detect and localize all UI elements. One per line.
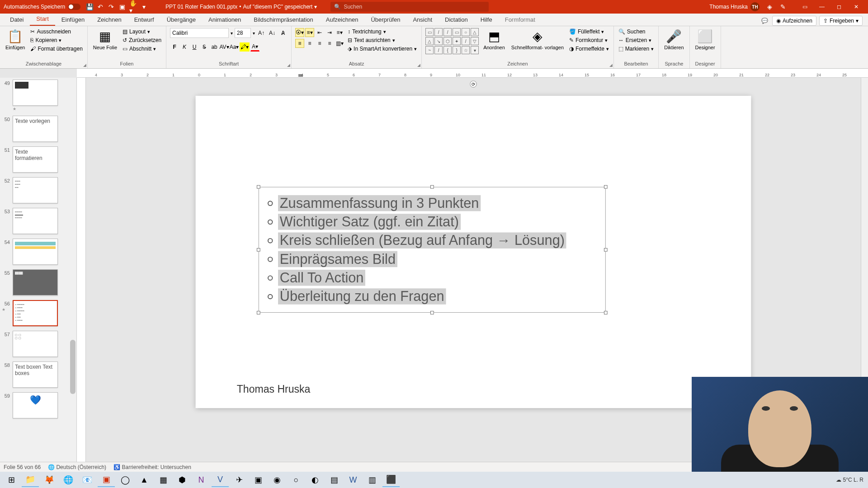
find-button[interactable]: 🔍Suchen <box>618 28 655 35</box>
maximize-icon[interactable]: ◻ <box>831 1 847 12</box>
arrange-button[interactable]: ⬒ Anordnen <box>481 28 507 51</box>
new-slide-button[interactable]: ▦ Neue Folie <box>91 28 119 51</box>
ribbon-options-icon[interactable]: ▭ <box>797 1 813 12</box>
align-center-icon[interactable]: ≡ <box>305 39 314 48</box>
paste-button[interactable]: 📋 Einfügen <box>4 28 27 51</box>
word-icon[interactable]: W <box>344 473 362 487</box>
app-icon[interactable]: ⬢ <box>174 473 191 487</box>
search-bar[interactable]: 🔍 <box>330 2 489 12</box>
resize-handle[interactable] <box>430 311 434 314</box>
fill-button[interactable]: 🪣Fülleffekt ▾ <box>568 28 610 35</box>
shadow-icon[interactable]: ab <box>210 42 219 52</box>
language-status[interactable]: 🌐 Deutsch (Österreich) <box>48 464 106 470</box>
bullet-text[interactable]: Kreis schließen (Bezug auf Anfang → Lösu… <box>278 232 566 249</box>
thumb-51[interactable]: Texte formatieren <box>13 146 58 173</box>
text-direction-button[interactable]: ↕Textrichtung ▾ <box>347 28 418 35</box>
accessibility-status[interactable]: ♿ Barrierefreiheit: Untersuchen <box>113 464 191 470</box>
designer-button[interactable]: ⬜ Designer <box>693 28 717 51</box>
font-size-combo[interactable]: 28 <box>235 28 251 38</box>
justify-icon[interactable]: ≡ <box>325 39 334 48</box>
increase-font-icon[interactable]: A↑ <box>257 28 266 38</box>
app-icon[interactable]: ◉ <box>269 473 286 487</box>
case-icon[interactable]: Aa▾ <box>230 42 239 52</box>
undo-icon[interactable]: ↶ <box>97 3 104 10</box>
touch-icon[interactable]: ✋▾ <box>129 3 137 10</box>
line-spacing-icon[interactable]: ≡▾ <box>335 28 344 37</box>
outlook-icon[interactable]: 📧 <box>79 473 96 487</box>
tab-datei[interactable]: Datei <box>4 14 30 26</box>
redo-icon[interactable]: ↷ <box>108 3 115 10</box>
app-icon[interactable]: ▦ <box>155 473 172 487</box>
thumb-56[interactable]: • ━━━━• ━━━• ━━━━• ━━• ━━• ━━━ <box>13 300 58 326</box>
bullet-text[interactable]: Call To Action <box>278 270 365 286</box>
ruler-horizontal[interactable]: 4321012345678910111213141516171819202122… <box>77 69 868 78</box>
slide[interactable]: ⟳ Zusammenfassung in 3 Punkten Wichtiger… <box>196 96 751 408</box>
close-icon[interactable]: ✕ <box>848 1 864 12</box>
spacing-icon[interactable]: AV▾ <box>220 42 229 52</box>
thumb-50[interactable]: Texte vorlegen <box>13 116 58 142</box>
resize-handle[interactable] <box>604 185 608 189</box>
pen-icon[interactable]: ✎ <box>779 3 787 10</box>
textbox[interactable]: Zusammenfassung in 3 Punkten Wichtiger S… <box>259 187 606 313</box>
thumb-57[interactable]: ▢ ▢▢ ▢ <box>13 331 58 357</box>
launcher-icon[interactable]: ◢ <box>83 63 86 67</box>
qat-more-icon[interactable]: ▾ <box>140 3 147 10</box>
tab-ansicht[interactable]: Ansicht <box>406 14 439 26</box>
tab-animationen[interactable]: Animationen <box>202 14 247 26</box>
firefox-icon[interactable]: 🦊 <box>41 473 58 487</box>
smartart-button[interactable]: ⬗In SmartArt konvertieren ▾ <box>347 45 418 52</box>
numbering-icon[interactable]: ≡▾ <box>305 28 314 37</box>
bold-icon[interactable]: F <box>170 42 179 52</box>
resize-handle[interactable] <box>604 248 608 252</box>
clear-format-icon[interactable]: A̷ <box>278 28 288 38</box>
shapes-gallery[interactable]: ▭//▭○△ △↘⬡✦/▽ ~/{}☆▾ <box>425 28 479 54</box>
filename-area[interactable]: PPT 01 Roter Faden 001.pptx • Auf "diese… <box>165 4 317 10</box>
indent-dec-icon[interactable]: ⇤ <box>315 28 324 37</box>
thumb-55[interactable]: ▓▓▓▓ <box>13 269 58 296</box>
weather-widget[interactable]: ☁ 5°C L. R <box>836 477 863 483</box>
chrome-icon[interactable]: 🌐 <box>60 473 77 487</box>
cut-button[interactable]: ✂Ausschneiden <box>29 28 83 35</box>
align-text-button[interactable]: ⊟Text ausrichten ▾ <box>347 37 418 44</box>
columns-icon[interactable]: ▥▾ <box>335 39 344 48</box>
replace-button[interactable]: ↔Ersetzen ▾ <box>618 37 655 44</box>
app-icon[interactable]: ◐ <box>307 473 324 487</box>
slide-counter[interactable]: Folie 56 von 66 <box>4 464 41 470</box>
app-icon[interactable]: ▤ <box>326 473 343 487</box>
minimize-icon[interactable]: — <box>814 1 830 12</box>
italic-icon[interactable]: K <box>180 42 189 52</box>
tab-dictation[interactable]: Dictation <box>439 14 474 26</box>
explorer-icon[interactable]: 📁 <box>22 473 39 487</box>
freigeben-button[interactable]: ⇪ Freigeben ▾ <box>819 16 863 26</box>
align-right-icon[interactable]: ≡ <box>315 39 324 48</box>
launcher-icon[interactable]: ◢ <box>609 63 613 67</box>
decrease-font-icon[interactable]: A↓ <box>268 28 277 38</box>
bullet-text[interactable]: Einprägsames Bild <box>278 251 397 267</box>
effects-button[interactable]: ◑Formeffekte ▾ <box>568 45 610 52</box>
tab-hilfe[interactable]: Hilfe <box>474 14 499 26</box>
powerpoint-icon[interactable]: ▣ <box>98 473 115 487</box>
dictate-button[interactable]: 🎤 Diktieren <box>662 28 685 51</box>
thumb-49[interactable] <box>13 80 58 106</box>
launcher-icon[interactable]: ◢ <box>287 63 290 67</box>
visio-icon[interactable]: V <box>212 473 229 487</box>
highlight-icon[interactable]: 🖍▾ <box>240 42 250 52</box>
tab-aufzeichnen[interactable]: Aufzeichnen <box>320 14 365 26</box>
align-left-icon[interactable]: ≡ <box>295 39 304 48</box>
thumb-54[interactable] <box>13 239 58 265</box>
rotate-handle[interactable]: ⟳ <box>470 80 476 87</box>
resize-handle[interactable] <box>604 311 608 314</box>
telegram-icon[interactable]: ✈ <box>231 473 248 487</box>
indent-inc-icon[interactable]: ⇥ <box>325 28 334 37</box>
autosave-toggle[interactable]: Automatisches Speichern <box>4 4 80 10</box>
diamond-icon[interactable]: ◈ <box>766 3 773 10</box>
thumb-59[interactable]: 💙 <box>13 392 58 418</box>
app-icon[interactable]: ▥ <box>363 473 381 487</box>
font-color-icon[interactable]: A▾ <box>250 42 259 52</box>
ruler-vertical[interactable] <box>77 78 86 462</box>
resize-handle[interactable] <box>430 185 434 189</box>
format-painter-button[interactable]: 🖌Format übertragen <box>29 45 83 52</box>
quick-styles-button[interactable]: ◈ Schnellformat- vorlagen <box>509 28 566 51</box>
thumb-53[interactable]: ━━━━▬▬▬━━━━ <box>13 208 58 234</box>
underline-icon[interactable]: U <box>190 42 199 52</box>
